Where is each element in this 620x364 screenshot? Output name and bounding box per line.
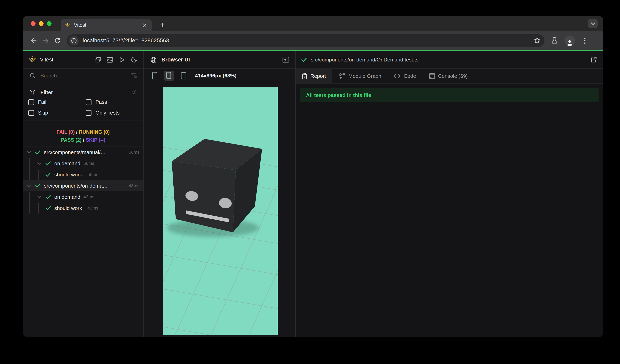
pass-check-icon: [301, 57, 307, 62]
report-tabs: Report Module Graph Code: [296, 69, 603, 84]
zoom-window-button[interactable]: [47, 21, 51, 26]
experiments-flask-icon[interactable]: [550, 36, 559, 45]
viewport-size-label: 414x896px (68%): [195, 73, 236, 79]
browser-toolbar: localhost:5173/#/?file=1828625563: [23, 31, 603, 50]
tab-title: Vitest: [74, 22, 138, 28]
search-icon: [28, 72, 36, 80]
test-suite-row[interactable]: on demand 56ms: [23, 158, 143, 169]
vitest-logo-icon: [28, 56, 36, 63]
checkbox-box[interactable]: [28, 110, 34, 116]
browser-ui-title: Browser UI: [161, 57, 190, 63]
tab-code[interactable]: Code: [388, 69, 422, 83]
search-row: [23, 69, 143, 83]
run-all-tests-play-icon[interactable]: [118, 56, 126, 64]
test-sidebar: Vitest: [23, 51, 144, 337]
browser-ui-header: Browser UI: [144, 51, 295, 69]
bookmark-star-icon[interactable]: [532, 36, 541, 45]
chevron-down-icon[interactable]: [27, 184, 31, 187]
clear-search-filter-icon[interactable]: [130, 72, 138, 80]
test-tree: src/components/manual/… 56ms on demand 5…: [23, 146, 143, 214]
test-stats-summary: FAIL (0) / RUNNING (0) PASS (2) / SKIP (…: [23, 126, 143, 146]
forward-button[interactable]: [40, 34, 51, 46]
chevron-down-icon[interactable]: [37, 162, 42, 165]
tab-report[interactable]: Report: [296, 69, 332, 83]
new-tab-button[interactable]: [157, 20, 167, 30]
close-window-button[interactable]: [31, 21, 36, 26]
filter-checkbox-pass[interactable]: Pass: [86, 99, 138, 105]
report-panel: src/components/on-demand/OnDemand.test.t…: [296, 51, 603, 337]
device-phone-small-icon[interactable]: [149, 71, 160, 81]
filter-title: Filter: [40, 89, 53, 95]
test-suite-row[interactable]: on demand 43ms: [23, 191, 143, 202]
checkbox-box[interactable]: [86, 110, 92, 116]
reload-button[interactable]: [51, 34, 63, 46]
test-case-row[interactable]: should work 43ms: [23, 202, 143, 214]
test-file-row-selected[interactable]: src/components/on-dema… 43ms: [23, 180, 143, 191]
pass-check-icon: [46, 161, 51, 165]
browser-ui-panel: Browser UI 414x896px (68%): [144, 51, 296, 337]
all-tests-passed-banner: All tests passed in this file: [300, 88, 599, 102]
pass-check-icon: [46, 195, 51, 199]
tab-module-graph[interactable]: Module Graph: [332, 69, 388, 83]
dashboard-icon[interactable]: [106, 56, 114, 64]
pass-check-icon: [35, 183, 40, 188]
globe-icon: [149, 56, 157, 64]
test-duration: 43ms: [129, 183, 140, 188]
app-title: Vitest: [40, 57, 53, 63]
checkbox-box[interactable]: [28, 99, 34, 105]
toolbar-right-icons: [550, 35, 589, 46]
filter-funnel-icon: [28, 88, 36, 96]
test-duration: 56ms: [129, 150, 140, 154]
tested-page-iframe[interactable]: [163, 87, 278, 335]
profile-avatar-button[interactable]: [564, 35, 575, 46]
device-tablet-icon[interactable]: [178, 71, 188, 81]
open-external-link-icon[interactable]: [590, 56, 598, 64]
collapse-windows-icon[interactable]: [94, 56, 102, 64]
tab-strip: Vitest: [23, 16, 603, 31]
browser-menu-kebab-icon[interactable]: [580, 36, 589, 45]
console-icon: [429, 73, 435, 79]
sidebar-header: Vitest: [23, 51, 143, 69]
address-bar[interactable]: localhost:5173/#/?file=1828625563: [67, 34, 544, 47]
report-content: All tests passed in this file: [296, 84, 603, 337]
test-case-row[interactable]: should work 55ms: [23, 169, 143, 180]
site-info-icon[interactable]: [69, 36, 79, 45]
stat-running: RUNNING (0): [79, 129, 110, 135]
clipboard-icon: [302, 73, 307, 79]
test-duration: 55ms: [88, 172, 98, 177]
filter-checkbox-skip[interactable]: Skip: [28, 110, 86, 116]
browser-tab[interactable]: Vitest: [61, 19, 152, 31]
stat-fail: FAIL (0): [57, 129, 75, 135]
stat-pass: PASS (2): [61, 137, 82, 143]
test-file-row[interactable]: src/components/manual/… 56ms: [23, 146, 143, 158]
vitest-ui-page: Vitest: [23, 51, 603, 337]
device-toolbar: 414x896px (68%): [144, 69, 295, 83]
stat-skip: SKIP (--): [86, 137, 105, 143]
minimize-window-button[interactable]: [39, 21, 44, 26]
url-text[interactable]: localhost:5173/#/?file=1828625563: [83, 38, 532, 44]
module-graph-icon: [339, 73, 345, 79]
code-icon: [394, 73, 401, 79]
cube-3d-render: [163, 87, 278, 335]
clear-filter-icon[interactable]: [130, 88, 138, 96]
device-phone-plus-icon[interactable]: [164, 71, 174, 81]
chevron-down-icon[interactable]: [27, 151, 31, 153]
pass-check-icon: [46, 206, 51, 210]
dark-mode-moon-icon[interactable]: [130, 56, 138, 64]
tab-close-icon[interactable]: [141, 22, 148, 28]
test-file-path: src/components/on-demand/OnDemand.test.t…: [311, 57, 586, 63]
filter-checkbox-fail[interactable]: Fail: [28, 99, 86, 105]
filter-section: Filter Fail Pass: [23, 83, 143, 121]
tab-console[interactable]: Console (69): [422, 69, 474, 83]
chevron-down-icon[interactable]: [37, 195, 42, 198]
back-button[interactable]: [28, 34, 40, 46]
report-file-header: src/components/on-demand/OnDemand.test.t…: [296, 51, 603, 69]
filter-checkbox-only-tests[interactable]: Only Tests: [86, 110, 138, 116]
test-duration: 43ms: [88, 205, 98, 210]
tab-search-chevron-button[interactable]: [588, 19, 598, 28]
dock-panel-right-icon[interactable]: [282, 56, 290, 64]
pass-check-icon: [46, 172, 51, 177]
pass-check-icon: [35, 150, 40, 154]
checkbox-box[interactable]: [86, 99, 92, 105]
search-input[interactable]: [40, 73, 126, 79]
